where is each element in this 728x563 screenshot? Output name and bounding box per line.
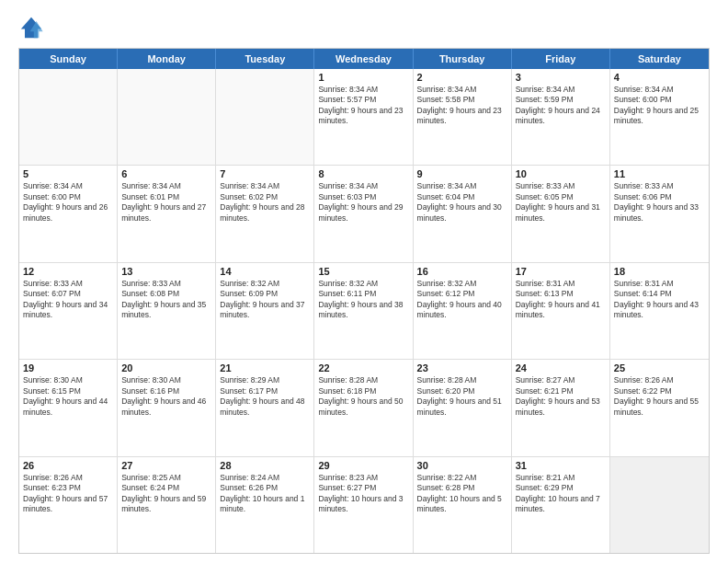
day-number: 16 — [417, 266, 507, 277]
day-number: 26 — [23, 460, 113, 471]
calendar-week-2: 5Sunrise: 8:34 AM Sunset: 6:00 PM Daylig… — [19, 166, 709, 262]
day-number: 11 — [614, 168, 705, 179]
calendar-week-1: 1Sunrise: 8:34 AM Sunset: 5:57 PM Daylig… — [19, 69, 709, 166]
day-number: 14 — [220, 266, 310, 277]
calendar-cell-22: 22Sunrise: 8:28 AM Sunset: 6:18 PM Dayli… — [314, 360, 413, 455]
cell-info: Sunrise: 8:33 AM Sunset: 6:06 PM Dayligh… — [614, 181, 705, 224]
calendar-cell-2: 2Sunrise: 8:34 AM Sunset: 5:58 PM Daylig… — [414, 69, 512, 165]
cell-info: Sunrise: 8:33 AM Sunset: 6:05 PM Dayligh… — [516, 181, 606, 224]
cell-info: Sunrise: 8:34 AM Sunset: 6:01 PM Dayligh… — [121, 181, 211, 224]
day-number: 9 — [417, 168, 507, 179]
calendar-cell-30: 30Sunrise: 8:22 AM Sunset: 6:28 PM Dayli… — [414, 457, 512, 553]
calendar-cell-14: 14Sunrise: 8:32 AM Sunset: 6:09 PM Dayli… — [216, 263, 314, 359]
page: SundayMondayTuesdayWednesdayThursdayFrid… — [0, 0, 728, 563]
header-day-friday: Friday — [512, 49, 610, 69]
calendar-cell-13: 13Sunrise: 8:33 AM Sunset: 6:08 PM Dayli… — [118, 263, 216, 359]
day-number: 17 — [516, 266, 606, 277]
cell-info: Sunrise: 8:33 AM Sunset: 6:08 PM Dayligh… — [121, 279, 211, 321]
calendar-cell-23: 23Sunrise: 8:28 AM Sunset: 6:20 PM Dayli… — [414, 360, 512, 455]
calendar-cell-19: 19Sunrise: 8:30 AM Sunset: 6:15 PM Dayli… — [19, 360, 118, 455]
day-number: 5 — [23, 168, 113, 179]
day-number: 22 — [318, 362, 408, 373]
cell-info: Sunrise: 8:34 AM Sunset: 6:02 PM Dayligh… — [220, 181, 310, 224]
calendar: SundayMondayTuesdayWednesdayThursdayFrid… — [18, 48, 710, 554]
cell-info: Sunrise: 8:32 AM Sunset: 6:12 PM Dayligh… — [417, 279, 507, 321]
cell-info: Sunrise: 8:34 AM Sunset: 6:04 PM Dayligh… — [417, 181, 507, 224]
day-number: 6 — [121, 168, 211, 179]
calendar-week-3: 12Sunrise: 8:33 AM Sunset: 6:07 PM Dayli… — [19, 263, 709, 360]
calendar-cell-17: 17Sunrise: 8:31 AM Sunset: 6:13 PM Dayli… — [512, 263, 610, 359]
cell-info: Sunrise: 8:34 AM Sunset: 5:59 PM Dayligh… — [516, 85, 606, 127]
header-day-thursday: Thursday — [414, 49, 512, 69]
calendar-cell-18: 18Sunrise: 8:31 AM Sunset: 6:14 PM Dayli… — [610, 263, 709, 359]
calendar-body: 1Sunrise: 8:34 AM Sunset: 5:57 PM Daylig… — [19, 69, 709, 553]
cell-info: Sunrise: 8:25 AM Sunset: 6:24 PM Dayligh… — [121, 473, 211, 515]
cell-info: Sunrise: 8:21 AM Sunset: 6:29 PM Dayligh… — [516, 473, 606, 515]
day-number: 28 — [220, 460, 310, 471]
cell-info: Sunrise: 8:32 AM Sunset: 6:09 PM Dayligh… — [220, 279, 310, 321]
calendar-cell-6: 6Sunrise: 8:34 AM Sunset: 6:01 PM Daylig… — [118, 166, 216, 261]
calendar-cell-1: 1Sunrise: 8:34 AM Sunset: 5:57 PM Daylig… — [314, 69, 413, 165]
day-number: 2 — [417, 72, 507, 83]
calendar-cell-16: 16Sunrise: 8:32 AM Sunset: 6:12 PM Dayli… — [414, 263, 512, 359]
cell-info: Sunrise: 8:33 AM Sunset: 6:07 PM Dayligh… — [23, 279, 113, 321]
header-day-tuesday: Tuesday — [216, 49, 314, 69]
day-number: 31 — [516, 460, 606, 471]
header-day-saturday: Saturday — [610, 49, 709, 69]
cell-info: Sunrise: 8:32 AM Sunset: 6:11 PM Dayligh… — [318, 279, 408, 321]
calendar-cell-25: 25Sunrise: 8:26 AM Sunset: 6:22 PM Dayli… — [610, 360, 709, 455]
day-number: 30 — [417, 460, 507, 471]
calendar-cell-8: 8Sunrise: 8:34 AM Sunset: 6:03 PM Daylig… — [314, 166, 413, 261]
day-number: 15 — [318, 266, 408, 277]
calendar-cell-15: 15Sunrise: 8:32 AM Sunset: 6:11 PM Dayli… — [314, 263, 413, 359]
day-number: 8 — [318, 168, 408, 179]
calendar-cell-empty — [118, 69, 216, 165]
day-number: 29 — [318, 460, 408, 471]
calendar-cell-5: 5Sunrise: 8:34 AM Sunset: 6:00 PM Daylig… — [19, 166, 118, 261]
cell-info: Sunrise: 8:30 AM Sunset: 6:16 PM Dayligh… — [121, 375, 211, 418]
calendar-cell-31: 31Sunrise: 8:21 AM Sunset: 6:29 PM Dayli… — [512, 457, 610, 553]
calendar-cell-7: 7Sunrise: 8:34 AM Sunset: 6:02 PM Daylig… — [216, 166, 314, 261]
day-number: 23 — [417, 362, 507, 373]
day-number: 19 — [23, 362, 113, 373]
day-number: 1 — [318, 72, 408, 83]
logo-icon — [18, 15, 44, 40]
cell-info: Sunrise: 8:27 AM Sunset: 6:21 PM Dayligh… — [516, 375, 606, 418]
cell-info: Sunrise: 8:31 AM Sunset: 6:13 PM Dayligh… — [516, 279, 606, 321]
calendar-cell-29: 29Sunrise: 8:23 AM Sunset: 6:27 PM Dayli… — [314, 457, 413, 553]
calendar-cell-24: 24Sunrise: 8:27 AM Sunset: 6:21 PM Dayli… — [512, 360, 610, 455]
calendar-cell-4: 4Sunrise: 8:34 AM Sunset: 6:00 PM Daylig… — [610, 69, 709, 165]
cell-info: Sunrise: 8:34 AM Sunset: 6:00 PM Dayligh… — [23, 181, 113, 224]
calendar-cell-10: 10Sunrise: 8:33 AM Sunset: 6:05 PM Dayli… — [512, 166, 610, 261]
calendar-cell-12: 12Sunrise: 8:33 AM Sunset: 6:07 PM Dayli… — [19, 263, 118, 359]
day-number: 12 — [23, 266, 113, 277]
cell-info: Sunrise: 8:29 AM Sunset: 6:17 PM Dayligh… — [220, 375, 310, 418]
calendar-cell-11: 11Sunrise: 8:33 AM Sunset: 6:06 PM Dayli… — [610, 166, 709, 261]
cell-info: Sunrise: 8:26 AM Sunset: 6:23 PM Dayligh… — [23, 473, 113, 515]
day-number: 18 — [614, 266, 705, 277]
cell-info: Sunrise: 8:22 AM Sunset: 6:28 PM Dayligh… — [417, 473, 507, 515]
calendar-header: SundayMondayTuesdayWednesdayThursdayFrid… — [19, 49, 709, 69]
cell-info: Sunrise: 8:34 AM Sunset: 6:00 PM Dayligh… — [614, 85, 705, 127]
calendar-cell-empty — [216, 69, 314, 165]
header — [18, 15, 710, 40]
calendar-cell-27: 27Sunrise: 8:25 AM Sunset: 6:24 PM Dayli… — [118, 457, 216, 553]
cell-info: Sunrise: 8:26 AM Sunset: 6:22 PM Dayligh… — [614, 375, 705, 418]
day-number: 10 — [516, 168, 606, 179]
day-number: 20 — [121, 362, 211, 373]
cell-info: Sunrise: 8:34 AM Sunset: 6:03 PM Dayligh… — [318, 181, 408, 224]
cell-info: Sunrise: 8:23 AM Sunset: 6:27 PM Dayligh… — [318, 473, 408, 515]
day-number: 27 — [121, 460, 211, 471]
day-number: 21 — [220, 362, 310, 373]
calendar-cell-21: 21Sunrise: 8:29 AM Sunset: 6:17 PM Dayli… — [216, 360, 314, 455]
cell-info: Sunrise: 8:31 AM Sunset: 6:14 PM Dayligh… — [614, 279, 705, 321]
day-number: 7 — [220, 168, 310, 179]
calendar-cell-9: 9Sunrise: 8:34 AM Sunset: 6:04 PM Daylig… — [414, 166, 512, 261]
cell-info: Sunrise: 8:24 AM Sunset: 6:26 PM Dayligh… — [220, 473, 310, 515]
day-number: 13 — [121, 266, 211, 277]
cell-info: Sunrise: 8:34 AM Sunset: 5:58 PM Dayligh… — [417, 85, 507, 127]
day-number: 24 — [516, 362, 606, 373]
cell-info: Sunrise: 8:28 AM Sunset: 6:20 PM Dayligh… — [417, 375, 507, 418]
day-number: 3 — [516, 72, 606, 83]
header-day-wednesday: Wednesday — [314, 49, 413, 69]
